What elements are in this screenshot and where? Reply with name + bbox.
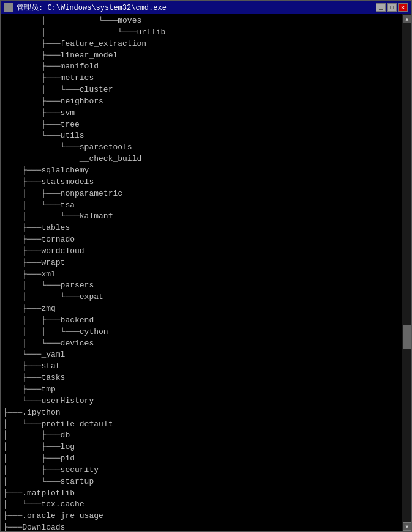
terminal-content[interactable]: │ └───moves │ └───urllib ├───feature_ext… <box>1 14 411 531</box>
terminal-output: │ └───moves │ └───urllib ├───feature_ext… <box>3 15 409 531</box>
titlebar-buttons: _ □ ✕ <box>376 3 408 12</box>
cmd-window: 管理员: C:\Windows\system32\cmd.exe _ □ ✕ │… <box>0 0 412 532</box>
titlebar: 管理员: C:\Windows\system32\cmd.exe _ □ ✕ <box>1 1 411 14</box>
close-button[interactable]: ✕ <box>398 3 408 12</box>
window-title: 管理员: C:\Windows\system32\cmd.exe <box>17 2 167 13</box>
maximize-button[interactable]: □ <box>387 3 397 12</box>
scroll-down-button[interactable]: ▼ <box>403 522 411 531</box>
scroll-up-button[interactable]: ▲ <box>403 15 411 23</box>
titlebar-title: 管理员: C:\Windows\system32\cmd.exe <box>4 2 167 13</box>
scrollbar-thumb[interactable] <box>403 325 411 349</box>
cmd-icon <box>4 3 13 12</box>
scrollbar[interactable]: ▲ ▼ <box>402 14 411 531</box>
minimize-button[interactable]: _ <box>376 3 386 12</box>
